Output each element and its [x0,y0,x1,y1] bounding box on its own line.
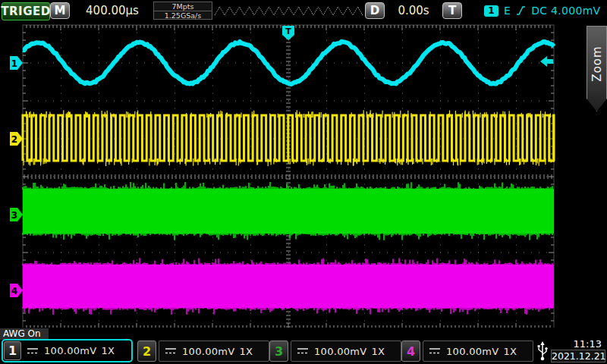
awg-status: AWG On [0,328,49,340]
channel-1-box[interactable]: 1 100.00mV 1X [2,339,133,362]
svg-text:1: 1 [11,58,17,69]
svg-text:3: 3 [11,210,17,221]
clock-date: 2021.12.21 [551,350,605,362]
dc-coupling-icon [297,347,310,356]
dc-coupling-icon [429,347,442,356]
channel-4-marker[interactable]: 4 [10,284,23,297]
trigger-level-marker[interactable] [540,56,553,67]
dc-coupling-icon [27,347,39,356]
channel-2-digit[interactable]: 2 [137,340,156,362]
trigger-t-button[interactable]: T [442,2,462,19]
channel-3-scale: 100.00mV [314,346,366,357]
trigger-edge-label: E [504,5,511,17]
channel-3-probe: 1X [371,346,385,357]
trigger-preview-waveform [213,2,363,20]
channel-2-probe: 1X [239,346,253,357]
sample-rate: 1.25GSa/s [154,11,212,20]
channel-4-box[interactable]: 100.00mV 1X [423,340,533,362]
zoom-tab-label: Zoom [590,46,604,81]
sample-info-box: 7Mpts 1.25GSa/s [153,2,212,20]
dc-coupling-icon [165,347,178,356]
oscilloscope-screen: 1234T TRIGED M 400.00μs 7Mpts 1.25GSa/s … [0,0,607,364]
channel-3-box[interactable]: 100.00mV 1X [291,340,401,362]
channel-2-marker[interactable]: 2 [10,132,23,146]
bottom-bar: AWG On 1 100.00mV 1X 2 100.00mV 1X 3 [0,328,607,364]
channel-3-marker[interactable]: 3 [10,208,23,221]
channel-2-box[interactable]: 100.00mV 1X [159,340,269,362]
trigger-channel-badge: 1 [484,5,498,17]
usb-icon [536,340,549,362]
clock: 11:13 2021.12.21 [551,338,605,362]
timebase-display: 400.00μs [73,2,152,19]
channel-2-trace [23,110,554,166]
clock-time: 11:13 [551,338,605,350]
channel-1-digit: 1 [4,341,21,360]
trigger-level-display: DC 4.000mV [531,5,600,17]
channel-3-digit[interactable]: 3 [269,340,288,362]
menu-m-button[interactable]: M [50,2,70,19]
channel-4-trace [23,258,554,315]
channel-2-scale: 100.00mV [182,346,234,357]
trigger-info: 1 E DC 4.000mV [484,3,600,18]
channel-4-probe: 1X [503,346,517,357]
horizontal-offset-display: 0.00s [388,2,439,19]
waveform-display: 1234T [0,0,607,364]
top-bar: TRIGED M 400.00μs 7Mpts 1.25GSa/s D 0.00… [0,0,607,21]
trigger-status-badge: TRIGED [2,2,50,20]
rising-edge-icon [516,5,526,17]
channel-1-scale: 100.00mV [44,345,96,356]
delay-d-button[interactable]: D [365,2,385,19]
channel-4-scale: 100.00mV [446,346,498,357]
channel-1-marker[interactable]: 1 [10,56,23,70]
channel-4-digit[interactable]: 4 [401,340,420,362]
channel-3-trace [23,182,554,240]
svg-text:T: T [285,27,291,36]
trigger-position-marker[interactable]: T [282,26,294,40]
channel-1-probe: 1X [101,345,115,356]
svg-text:2: 2 [11,134,17,145]
svg-text:4: 4 [11,286,17,297]
memory-depth: 7Mpts [154,2,212,11]
zoom-tab[interactable]: Zoom [587,26,607,111]
